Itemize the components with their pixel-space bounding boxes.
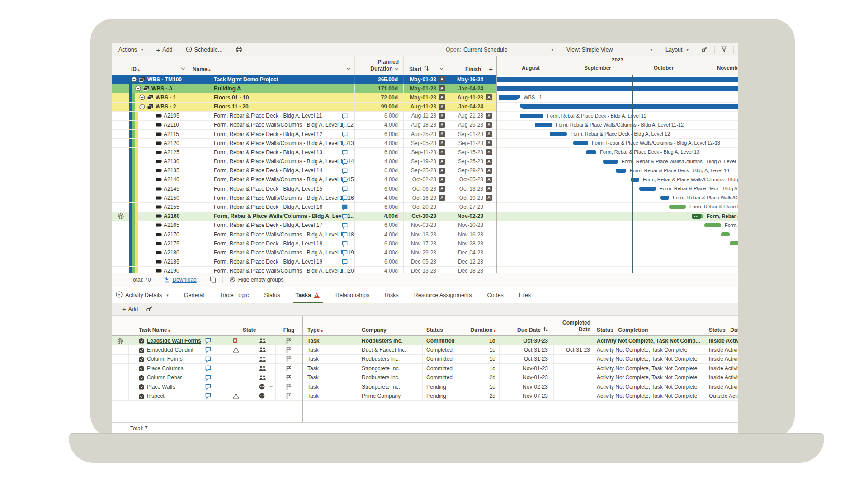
gantt-task-bar[interactable] xyxy=(721,232,730,236)
hierarchy-strip[interactable] xyxy=(129,212,132,221)
hierarchy-strip[interactable] xyxy=(129,166,132,175)
hierarchy-strip[interactable] xyxy=(129,139,132,147)
hierarchy-strip[interactable] xyxy=(129,130,132,138)
grid-row-A2140[interactable]: A2140Form, Rebar & Place Walls/Columns -… xyxy=(112,175,496,184)
more-status-icon[interactable] xyxy=(259,393,265,399)
gantt-task-bar[interactable] xyxy=(730,241,738,245)
warning-icon[interactable] xyxy=(233,347,239,353)
gantt-summary-bar[interactable] xyxy=(499,95,520,100)
column-header-type[interactable]: Type● xyxy=(302,316,357,335)
grid-row-A2120[interactable]: A2120Form, Rebar & Place Walls/Columns -… xyxy=(112,139,496,148)
chevron-down-icon[interactable] xyxy=(439,65,444,71)
task-row-place-walls[interactable]: Place Walls...TaskStrongcrete Inc.Pendin… xyxy=(112,382,738,391)
hierarchy-strip[interactable] xyxy=(132,130,135,138)
gantt-summary-bar[interactable] xyxy=(497,86,738,91)
comment-icon[interactable] xyxy=(341,195,348,202)
more-status-icon[interactable] xyxy=(259,384,265,390)
grid-row-A2110[interactable]: A2110Form, Rebar & Place Walls/Columns -… xyxy=(112,121,496,130)
task-row-leadside-wall-forms[interactable]: Leadside Wall FormsTaskRodbusters Inc.Co… xyxy=(112,336,738,345)
comment-icon[interactable] xyxy=(341,222,348,229)
refresh-button[interactable] xyxy=(734,43,738,56)
hierarchy-strip[interactable] xyxy=(132,139,135,147)
grid-row-A2155[interactable]: A2155Form, Rebar & Place Deck - Bldg A, … xyxy=(112,203,496,212)
expand-icon[interactable] xyxy=(139,94,145,100)
hierarchy-strip[interactable] xyxy=(135,130,138,138)
comment-icon[interactable] xyxy=(341,177,348,184)
hierarchy-strip[interactable] xyxy=(129,193,132,202)
comment-icon[interactable] xyxy=(341,204,348,211)
gantt-task-bar[interactable] xyxy=(616,169,626,173)
grid-row-A2105[interactable]: A2105Form, Rebar & Place Deck - Bldg A, … xyxy=(112,112,496,121)
column-header-duration[interactable]: Duration● xyxy=(470,316,500,335)
grid-row-A2150[interactable]: A2150Form, Rebar & Place Walls/Columns -… xyxy=(112,193,496,203)
filter-button[interactable] xyxy=(715,43,733,56)
collapse-icon[interactable] xyxy=(139,104,145,110)
tab-general[interactable]: General xyxy=(182,287,206,303)
gantt-task-bar[interactable] xyxy=(660,196,669,200)
gantt-task-bar[interactable] xyxy=(669,205,686,209)
flag-icon[interactable] xyxy=(286,384,292,390)
hierarchy-strip[interactable] xyxy=(135,175,138,184)
grid-row-A2135[interactable]: A2135Form, Rebar & Place Deck - Bldg A, … xyxy=(112,166,496,175)
hierarchy-strip[interactable] xyxy=(129,93,132,102)
download-button[interactable]: Download xyxy=(164,276,196,284)
comment-icon[interactable] xyxy=(341,113,348,120)
hierarchy-strip[interactable] xyxy=(132,112,135,120)
flag-icon[interactable] xyxy=(286,393,292,399)
comment-icon[interactable] xyxy=(341,268,348,273)
comment-icon[interactable] xyxy=(341,231,348,238)
comment-icon[interactable] xyxy=(341,213,348,220)
grid-row-A2185[interactable]: A2185Form, Rebar & Place Deck - Bldg A, … xyxy=(112,257,496,266)
tab-status[interactable]: Status xyxy=(262,287,282,303)
schedule-button[interactable]: Schedule... xyxy=(179,43,229,56)
comment-icon[interactable] xyxy=(341,131,348,138)
comment-icon[interactable] xyxy=(341,240,348,247)
hierarchy-strip[interactable] xyxy=(129,112,132,120)
comment-icon[interactable] xyxy=(341,149,348,156)
column-header-status-completion[interactable]: Status - Completion xyxy=(593,316,705,335)
hierarchy-strip[interactable] xyxy=(129,230,132,239)
hierarchy-strip[interactable] xyxy=(135,166,138,175)
flag-icon[interactable] xyxy=(286,338,292,344)
hierarchy-strip[interactable] xyxy=(132,239,135,248)
column-header-state[interactable]: State xyxy=(228,316,276,335)
comment-icon[interactable] xyxy=(205,356,212,363)
comment-icon[interactable] xyxy=(341,140,348,147)
hierarchy-strip[interactable] xyxy=(132,166,135,175)
hierarchy-strip[interactable] xyxy=(129,203,132,211)
print-button[interactable] xyxy=(229,43,249,56)
grid-row-A2165[interactable]: A2165Form, Rebar & Place Deck - Bldg A, … xyxy=(112,221,496,230)
hierarchy-strip[interactable] xyxy=(132,193,135,202)
column-header-start[interactable]: Start xyxy=(404,56,448,75)
grid-row-A2125[interactable]: A2125Form, Rebar & Place Deck - Bldg A, … xyxy=(112,148,496,157)
copy-icon[interactable] xyxy=(210,276,216,284)
flag-icon[interactable] xyxy=(286,365,292,372)
crew-icon[interactable] xyxy=(259,365,266,371)
crew-icon[interactable] xyxy=(259,338,266,344)
collapse-icon[interactable] xyxy=(131,76,137,82)
hierarchy-strip[interactable] xyxy=(135,221,138,230)
hierarchy-strip[interactable] xyxy=(132,157,135,166)
task-row-column-rebar[interactable]: Column RebarTaskRodbusters Inc.Committed… xyxy=(112,373,738,382)
comment-icon[interactable] xyxy=(205,392,212,399)
chevron-down-icon[interactable] xyxy=(394,66,399,72)
comment-icon[interactable] xyxy=(341,159,348,165)
comment-icon[interactable] xyxy=(205,383,212,390)
add-button[interactable]: +Add xyxy=(150,43,179,56)
column-header-planned-duration[interactable]: PlannedDuration xyxy=(355,56,404,75)
comment-icon[interactable] xyxy=(341,250,348,256)
column-header-id[interactable]: ID● xyxy=(129,56,189,75)
grid-row-A2170[interactable]: A2170Form, Rebar & Place Walls/Columns -… xyxy=(112,230,496,239)
hierarchy-strip[interactable] xyxy=(129,267,132,273)
hierarchy-strip[interactable] xyxy=(135,157,138,166)
task-row-column-forms[interactable]: Column FormsTaskRodbusters Inc.Committed… xyxy=(112,355,738,364)
hierarchy-strip[interactable] xyxy=(129,248,132,257)
hierarchy-strip[interactable] xyxy=(132,184,135,193)
grid-row-A2190[interactable]: A2190Form, Rebar & Place Walls/Columns -… xyxy=(112,267,496,273)
grid-row-A2115[interactable]: A2115Form, Rebar & Place Deck - Bldg A, … xyxy=(112,130,496,139)
comment-icon[interactable] xyxy=(341,168,348,174)
gear-icon[interactable] xyxy=(117,337,124,344)
hierarchy-strip[interactable] xyxy=(132,267,135,273)
comment-icon[interactable] xyxy=(341,122,348,129)
comment-icon[interactable] xyxy=(205,346,212,353)
